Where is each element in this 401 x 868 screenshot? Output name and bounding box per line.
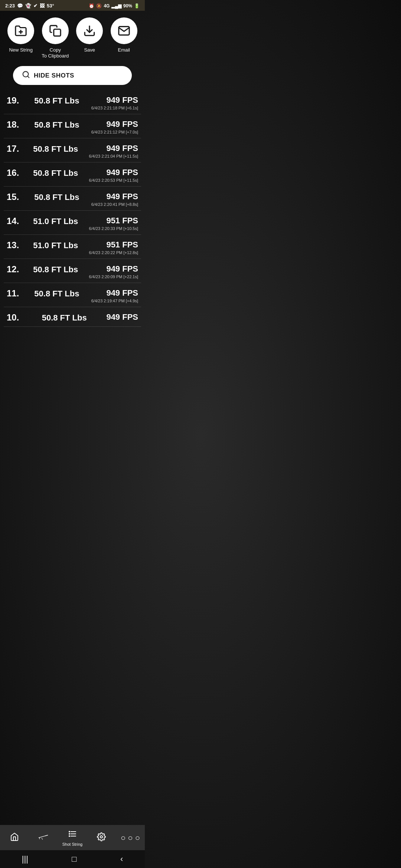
email-label: Email: [118, 47, 130, 53]
folder-plus-icon: [14, 24, 27, 37]
shot-energy: 50.8 FT Lbs: [22, 168, 89, 178]
shot-number: 17.: [7, 144, 22, 154]
shot-right: 949 FPS6/4/23 2:21:12 PM [+7.0s]: [91, 119, 138, 134]
shot-timestamp: 6/4/23 2:20:53 PM [+11.5s]: [89, 178, 138, 183]
shot-row[interactable]: 16.50.8 FT Lbs949 FPS6/4/23 2:20:53 PM […: [4, 162, 141, 187]
alarm-icon: ⏰: [89, 3, 94, 9]
shot-timestamp: 6/4/23 2:19:47 PM [+4.9s]: [91, 299, 138, 303]
shot-timestamp: 6/4/23 2:21:04 PM [+11.5s]: [89, 154, 138, 158]
shot-row[interactable]: 19.50.8 FT Lbs949 FPS6/4/23 2:21:18 PM […: [4, 90, 141, 114]
battery-pct: 90%: [123, 3, 132, 9]
shot-timestamp: 6/4/23 2:20:09 PM [+22.1s]: [89, 274, 138, 279]
shot-fps: 949 FPS: [91, 119, 138, 129]
copy-clipboard-label: CopyTo Clipboard: [42, 47, 69, 59]
shot-number: 15.: [7, 192, 22, 202]
copy-clipboard-button[interactable]: CopyTo Clipboard: [40, 17, 70, 59]
status-time: 2:23: [5, 3, 15, 9]
mute-icon: 🔕: [96, 3, 102, 9]
email-icon-circle: [111, 17, 137, 44]
battery-icon: 🔋: [134, 3, 140, 9]
hide-shots-button[interactable]: HIDE SHOTS: [13, 66, 132, 85]
vpn-icon: ✔: [33, 3, 38, 9]
status-bar: 2:23 💬 👻 ✔ 🖼 53° ⏰ 🔕 4G ▂▄▆ 90% 🔋: [0, 0, 145, 11]
shot-timestamp: 6/4/23 2:21:18 PM [+6.1s]: [91, 106, 138, 110]
message-icon: 💬: [17, 3, 23, 9]
shot-energy: 50.8 FT Lbs: [22, 119, 91, 130]
shot-energy: 51.0 FT Lbs: [22, 240, 89, 250]
status-left: 2:23 💬 👻 ✔ 🖼 53°: [5, 3, 54, 9]
signal-bars: ▂▄▆: [111, 3, 121, 9]
shot-number: 12.: [7, 264, 22, 274]
shot-row[interactable]: 10.50.8 FT Lbs949 FPS: [4, 307, 141, 327]
shot-number: 11.: [7, 288, 22, 299]
shot-number: 16.: [7, 168, 22, 178]
shot-energy: 50.8 FT Lbs: [22, 144, 89, 154]
shot-energy: 50.8 FT Lbs: [22, 192, 91, 202]
shot-row[interactable]: 13.51.0 FT Lbs951 FPS6/4/23 2:20:22 PM […: [4, 235, 141, 259]
svg-rect-2: [54, 29, 61, 36]
temperature: 53°: [47, 3, 54, 9]
shot-right: 949 FPS6/4/23 2:20:09 PM [+22.1s]: [89, 264, 138, 279]
shot-list: 19.50.8 FT Lbs949 FPS6/4/23 2:21:18 PM […: [0, 90, 145, 327]
shot-fps: 949 FPS: [106, 312, 138, 322]
hide-shots-label: HIDE SHOTS: [34, 72, 74, 79]
shot-energy: 50.8 FT Lbs: [22, 288, 91, 299]
shot-right: 949 FPS6/4/23 2:20:53 PM [+11.5s]: [89, 168, 138, 183]
shot-row[interactable]: 11.50.8 FT Lbs949 FPS6/4/23 2:19:47 PM […: [4, 283, 141, 307]
save-icon-circle: [76, 17, 103, 44]
shot-energy: 51.0 FT Lbs: [22, 216, 89, 226]
shot-number: 10.: [7, 312, 22, 323]
save-label: Save: [84, 47, 95, 53]
shot-energy: 50.8 FT Lbs: [22, 95, 91, 106]
shot-timestamp: 6/4/23 2:20:22 PM [+12.8s]: [89, 250, 138, 255]
shot-fps: 949 FPS: [89, 264, 138, 274]
shot-fps: 949 FPS: [89, 144, 138, 153]
shot-fps: 949 FPS: [91, 95, 138, 105]
shot-fps: 949 FPS: [91, 192, 138, 201]
copy-icon: [49, 24, 62, 37]
shot-energy: 50.8 FT Lbs: [22, 312, 106, 323]
new-string-button[interactable]: New String: [6, 17, 36, 53]
shot-fps: 951 FPS: [89, 240, 138, 250]
signal-icon: 4G: [104, 3, 110, 9]
shot-right: 949 FPS: [106, 312, 138, 323]
shot-row[interactable]: 18.50.8 FT Lbs949 FPS6/4/23 2:21:12 PM […: [4, 114, 141, 138]
new-string-icon-circle: [7, 17, 34, 44]
shot-right: 949 FPS6/4/23 2:20:41 PM [+8.8s]: [91, 192, 138, 207]
shot-fps: 949 FPS: [89, 168, 138, 177]
shot-fps: 951 FPS: [89, 216, 138, 226]
shot-right: 949 FPS6/4/23 2:21:04 PM [+11.5s]: [89, 144, 138, 158]
save-button[interactable]: Save: [75, 17, 104, 53]
shot-row[interactable]: 12.50.8 FT Lbs949 FPS6/4/23 2:20:09 PM […: [4, 259, 141, 283]
filter-bar: HIDE SHOTS: [0, 63, 145, 90]
shot-energy: 50.8 FT Lbs: [22, 264, 89, 274]
shot-number: 14.: [7, 216, 22, 226]
status-right: ⏰ 🔕 4G ▂▄▆ 90% 🔋: [89, 3, 140, 9]
shot-row[interactable]: 14.51.0 FT Lbs951 FPS6/4/23 2:20:33 PM […: [4, 211, 141, 235]
email-button[interactable]: Email: [109, 17, 139, 53]
shot-number: 19.: [7, 95, 22, 106]
shot-row[interactable]: 17.50.8 FT Lbs949 FPS6/4/23 2:21:04 PM […: [4, 138, 141, 162]
shot-right: 949 FPS6/4/23 2:19:47 PM [+4.9s]: [91, 288, 138, 303]
shot-timestamp: 6/4/23 2:20:33 PM [+10.5s]: [89, 226, 138, 231]
new-string-label: New String: [9, 47, 33, 53]
shot-row[interactable]: 15.50.8 FT Lbs949 FPS6/4/23 2:20:41 PM […: [4, 187, 141, 211]
shot-number: 13.: [7, 240, 22, 250]
search-icon: [22, 70, 30, 80]
shot-fps: 949 FPS: [91, 288, 138, 298]
shot-timestamp: 6/4/23 2:20:41 PM [+8.8s]: [91, 202, 138, 207]
download-icon: [83, 24, 96, 37]
shot-right: 949 FPS6/4/23 2:21:18 PM [+6.1s]: [91, 95, 138, 110]
shot-timestamp: 6/4/23 2:21:12 PM [+7.0s]: [91, 130, 138, 134]
svg-line-5: [27, 76, 29, 78]
snapchat-icon: 👻: [25, 3, 31, 9]
envelope-icon: [118, 24, 130, 37]
gallery-icon: 🖼: [40, 3, 45, 9]
copy-icon-circle: [42, 17, 69, 44]
shot-right: 951 FPS6/4/23 2:20:33 PM [+10.5s]: [89, 216, 138, 231]
shot-number: 18.: [7, 119, 22, 130]
action-bar: New String CopyTo Clipboard Save: [0, 11, 145, 63]
shot-right: 951 FPS6/4/23 2:20:22 PM [+12.8s]: [89, 240, 138, 255]
